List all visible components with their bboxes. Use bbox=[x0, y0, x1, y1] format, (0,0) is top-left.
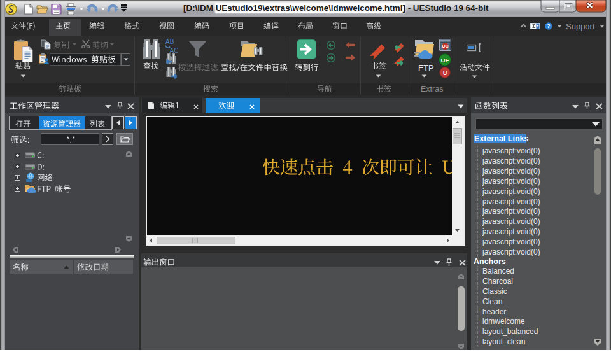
svg-text:U: U bbox=[443, 70, 447, 76]
svg-text:UF: UF bbox=[441, 57, 449, 64]
svg-text:UC: UC bbox=[442, 43, 449, 49]
svg-text:AB: AB bbox=[165, 38, 174, 45]
svg-text:?: ? bbox=[547, 23, 550, 29]
